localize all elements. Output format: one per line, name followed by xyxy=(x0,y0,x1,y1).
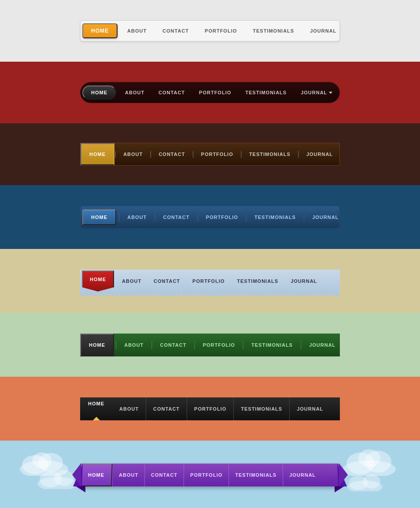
nav7-testimonials-item[interactable]: TESTIMONIALS xyxy=(234,397,290,420)
nav8-portfolio-item[interactable]: PORTFOLIO xyxy=(184,464,229,486)
navbar-8-container: HOME ABOUT CONTACT PORTFOLIO TESTIMONIAL… xyxy=(80,464,340,486)
nav8-contact-item[interactable]: CONTACT xyxy=(144,464,184,486)
section-2: HOME ABOUT CONTACT PORTFOLIO TESTIMONIAL… xyxy=(0,62,420,123)
nav1-testimonials-item[interactable]: TESTIMONIALS xyxy=(245,28,302,33)
nav5-contact-item[interactable]: CONTACT xyxy=(147,278,186,284)
nav3-home-button[interactable]: HOME xyxy=(81,143,114,165)
nav4-testimonials-item[interactable]: TESTIMONIALS xyxy=(247,215,303,220)
nav6-contact-item[interactable]: CONTACT xyxy=(154,342,193,348)
svg-point-3 xyxy=(32,452,52,468)
nav6-home-button[interactable]: HOME xyxy=(80,334,114,356)
nav7-portfolio-item[interactable]: PORTFOLIO xyxy=(187,397,234,420)
nav5-portfolio-item[interactable]: PORTFOLIO xyxy=(186,278,231,284)
nav1-about-item[interactable]: ABOUT xyxy=(119,28,155,33)
nav2-home-button[interactable]: HOME xyxy=(82,85,116,100)
nav8-testimonials-item[interactable]: TESTIMONIALS xyxy=(228,464,283,486)
nav8-journal-item[interactable]: JOURNAL xyxy=(283,464,323,486)
ribbon-tail-right xyxy=(335,486,344,493)
navbar-2: HOME ABOUT CONTACT PORTFOLIO TESTIMONIAL… xyxy=(80,82,340,103)
cloud-right-bottom xyxy=(345,471,385,491)
section-7: HOME ABOUT CONTACT PORTFOLIO TESTIMONIAL… xyxy=(0,377,420,441)
nav8-home-button[interactable]: HOME xyxy=(80,464,113,486)
nav4-journal-item[interactable]: JOURNAL xyxy=(305,215,346,220)
nav5-about-item[interactable]: ABOUT xyxy=(116,278,147,284)
nav7-home-button[interactable]: HOME xyxy=(80,397,112,420)
nav8-about-item[interactable]: ABOUT xyxy=(112,464,144,486)
section-1: HOME ABOUT CONTACT PORTFOLIO TESTIMONIAL… xyxy=(0,0,420,62)
nav4-home-button[interactable]: HOME xyxy=(82,209,116,225)
nav4-about-item[interactable]: ABOUT xyxy=(120,215,154,220)
nav1-journal-item[interactable]: JOURNAL xyxy=(302,28,344,33)
active-triangle-indicator xyxy=(93,417,100,420)
navbar-3: HOME | ABOUT | CONTACT | PORTFOLIO | TES… xyxy=(80,143,340,166)
navbar-5: HOME ABOUT CONTACT PORTFOLIO TESTIMONIAL… xyxy=(80,270,340,293)
nav1-home-button[interactable]: HOME xyxy=(82,23,118,38)
nav5-journal-item[interactable]: JOURNAL xyxy=(284,278,323,284)
navbar-7: HOME ABOUT CONTACT PORTFOLIO TESTIMONIAL… xyxy=(80,397,340,420)
nav6-about-item[interactable]: ABOUT xyxy=(118,342,150,348)
nav7-contact-item[interactable]: CONTACT xyxy=(146,397,187,420)
nav4-contact-item[interactable]: CONTACT xyxy=(156,215,197,220)
nav2-portfolio-item[interactable]: PORTFOLIO xyxy=(192,90,238,95)
nav3-testimonials-item[interactable]: TESTIMONIALS xyxy=(242,152,298,157)
svg-point-6 xyxy=(54,470,74,486)
nav2-contact-item[interactable]: CONTACT xyxy=(151,90,192,95)
nav5-testimonials-item[interactable]: TESTIMONIALS xyxy=(231,278,284,284)
nav3-journal-item[interactable]: JOURNAL xyxy=(299,152,340,157)
navbar-8: HOME ABOUT CONTACT PORTFOLIO TESTIMONIAL… xyxy=(80,464,340,486)
nav6-journal-item[interactable]: JOURNAL xyxy=(303,342,342,348)
nav5-home-button[interactable]: HOME xyxy=(82,271,114,292)
svg-point-10 xyxy=(358,449,380,467)
nav6-portfolio-item[interactable]: PORTFOLIO xyxy=(197,342,241,348)
section-4: HOME | ABOUT | CONTACT | PORTFOLIO | TES… xyxy=(0,185,420,249)
nav2-about-item[interactable]: ABOUT xyxy=(118,90,151,95)
nav7-journal-item[interactable]: JOURNAL xyxy=(290,397,330,420)
navbar-4: HOME | ABOUT | CONTACT | PORTFOLIO | TES… xyxy=(80,206,340,229)
nav2-journal-item[interactable]: JOURNAL xyxy=(294,90,339,95)
section-5: HOME ABOUT CONTACT PORTFOLIO TESTIMONIAL… xyxy=(0,249,420,313)
section-8: HOME ABOUT CONTACT PORTFOLIO TESTIMONIAL… xyxy=(0,441,420,508)
chevron-down-icon xyxy=(329,92,332,94)
navbar-6: HOME | ABOUT | CONTACT | PORTFOLIO | TES… xyxy=(80,334,340,356)
navbar-1: HOME ABOUT CONTACT PORTFOLIO TESTIMONIAL… xyxy=(80,20,340,41)
nav1-contact-item[interactable]: CONTACT xyxy=(155,28,197,33)
section-6: HOME | ABOUT | CONTACT | PORTFOLIO | TES… xyxy=(0,313,420,377)
nav4-portfolio-item[interactable]: PORTFOLIO xyxy=(199,215,245,220)
nav6-testimonials-item[interactable]: TESTIMONIALS xyxy=(245,342,299,348)
svg-point-13 xyxy=(363,475,380,489)
nav3-contact-item[interactable]: CONTACT xyxy=(151,152,192,157)
nav3-portfolio-item[interactable]: PORTFOLIO xyxy=(194,152,240,157)
nav2-testimonials-item[interactable]: TESTIMONIALS xyxy=(238,90,294,95)
cloud-left-bottom xyxy=(35,467,79,489)
navbar-5-wrapper: HOME ABOUT CONTACT PORTFOLIO TESTIMONIAL… xyxy=(80,270,340,293)
section-3: HOME | ABOUT | CONTACT | PORTFOLIO | TES… xyxy=(0,123,420,185)
nav3-about-item[interactable]: ABOUT xyxy=(116,152,150,157)
nav1-portfolio-item[interactable]: PORTFOLIO xyxy=(197,28,245,33)
nav7-about-item[interactable]: ABOUT xyxy=(112,397,146,420)
ribbon-tail-left xyxy=(76,486,85,493)
